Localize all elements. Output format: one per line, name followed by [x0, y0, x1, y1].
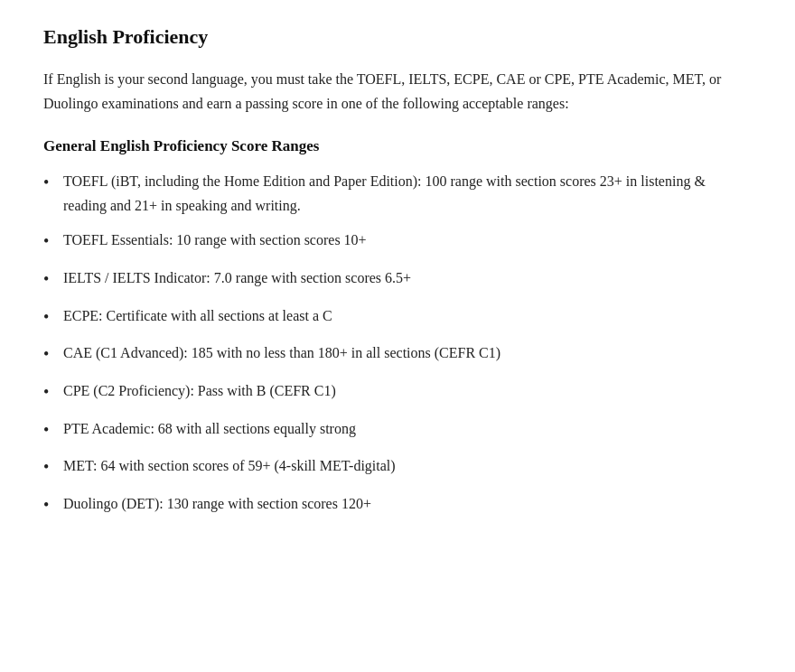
intro-paragraph: If English is your second language, you … — [43, 67, 752, 116]
bullet-icon: • — [43, 417, 63, 444]
bullet-icon: • — [43, 229, 63, 256]
list-item-text: CAE (C1 Advanced): 185 with no less than… — [63, 341, 752, 365]
list-item-ielts: •IELTS / IELTS Indicator: 7.0 range with… — [43, 266, 752, 294]
list-item-duolingo: •Duolingo (DET): 130 range with section … — [43, 492, 752, 519]
list-item-cae: •CAE (C1 Advanced): 185 with no less tha… — [43, 341, 752, 369]
list-item-ecpe: •ECPE: Certificate with all sections at … — [43, 304, 752, 331]
list-item-cpe: •CPE (C2 Proficiency): Pass with B (CEFR… — [43, 379, 752, 406]
score-list: •TOEFL (iBT, including the Home Edition … — [43, 170, 752, 518]
bullet-icon: • — [43, 304, 63, 331]
list-item-text: IELTS / IELTS Indicator: 7.0 range with … — [63, 266, 752, 290]
list-item-text: TOEFL (iBT, including the Home Edition a… — [63, 170, 752, 218]
list-item-toefl-ibt: •TOEFL (iBT, including the Home Edition … — [43, 170, 752, 218]
list-item-text: PTE Academic: 68 with all sections equal… — [63, 417, 752, 441]
list-item-toefl-essentials: •TOEFL Essentials: 10 range with section… — [43, 229, 752, 256]
list-item-met: •MET: 64 with section scores of 59+ (4-s… — [43, 454, 752, 481]
bullet-icon: • — [43, 266, 63, 294]
bullet-icon: • — [43, 454, 63, 481]
bullet-icon: • — [43, 341, 63, 369]
list-item-text: TOEFL Essentials: 10 range with section … — [63, 229, 752, 252]
page-title: English Proficiency — [43, 25, 752, 49]
list-item-text: Duolingo (DET): 130 range with section s… — [63, 492, 752, 516]
section-title: General English Proficiency Score Ranges — [43, 137, 752, 155]
bullet-icon: • — [43, 170, 63, 197]
list-item-pte: •PTE Academic: 68 with all sections equa… — [43, 417, 752, 444]
list-item-text: CPE (C2 Proficiency): Pass with B (CEFR … — [63, 379, 752, 403]
page-container: English Proficiency If English is your s… — [0, 0, 795, 672]
bullet-icon: • — [43, 492, 63, 519]
bullet-icon: • — [43, 379, 63, 406]
list-item-text: ECPE: Certificate with all sections at l… — [63, 304, 752, 328]
list-item-text: MET: 64 with section scores of 59+ (4-sk… — [63, 454, 752, 478]
